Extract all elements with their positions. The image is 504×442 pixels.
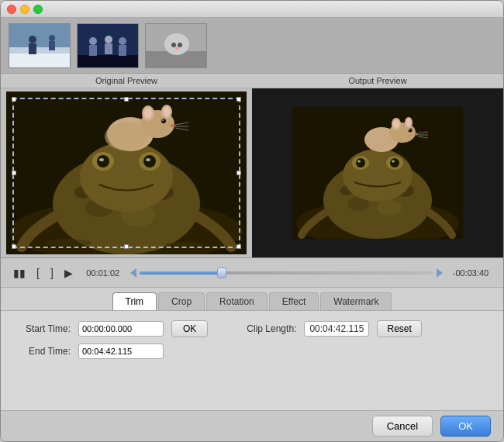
ok-button[interactable]: OK [440,416,491,437]
svg-point-43 [161,119,166,123]
output-frame [292,107,463,239]
svg-point-35 [99,158,104,161]
original-preview-panel [1,88,252,257]
thumbnail-2[interactable] [77,23,139,68]
thumb-snow-icon [9,24,71,68]
scrubber-start-arrow[interactable] [130,268,136,278]
svg-rect-6 [49,41,55,50]
svg-point-71 [406,119,411,126]
svg-point-45 [171,124,175,127]
svg-point-13 [119,37,126,45]
tab-trim[interactable]: Trim [112,292,157,310]
scrubber-track[interactable] [140,271,433,275]
reset-button[interactable]: Reset [377,320,421,337]
original-preview-label: Original Preview [1,74,252,88]
svg-rect-12 [105,43,112,54]
svg-point-65 [392,161,395,163]
svg-point-19 [180,36,186,43]
current-time-display: 00:01:02 [81,268,126,278]
original-scene-svg [6,92,247,254]
scrubber-container [130,265,443,281]
start-time-label: Start Time: [16,323,71,334]
original-frame [6,92,247,254]
svg-rect-2 [9,47,71,54]
output-scene-svg [292,107,463,239]
tab-watermark[interactable]: Watermark [320,292,392,310]
settings-row-2: End Time: [16,344,488,359]
svg-point-11 [105,36,112,43]
pause-button[interactable]: ▮▮ [10,265,29,281]
tab-crop[interactable]: Crop [158,292,205,310]
thumb-group-icon [78,24,139,68]
end-time-label: End Time: [16,346,71,357]
svg-point-64 [357,161,361,163]
svg-point-63 [390,158,399,167]
transport-controls: ▮▮ [ ] ▶ 00:01:02 -00:03:40 [1,258,503,288]
svg-point-62 [356,158,365,167]
title-bar [1,1,503,18]
thumb-cat-icon [146,24,207,68]
minimize-button[interactable] [20,5,29,14]
thumbnail-3[interactable] [145,23,207,68]
svg-point-18 [167,36,174,43]
svg-point-21 [178,43,182,47]
maximize-button[interactable] [33,5,43,14]
svg-rect-8 [78,55,139,68]
svg-point-3 [29,36,36,43]
clip-length-section: Clip Length: 00:04:42.115 Reset [247,320,421,337]
svg-point-5 [49,35,55,41]
svg-point-20 [171,43,176,47]
start-time-ok-button[interactable]: OK [171,320,208,337]
bottom-bar: Cancel OK [1,410,503,441]
svg-point-51 [165,242,204,248]
svg-point-56 [377,200,402,216]
svg-point-36 [146,158,150,161]
svg-point-9 [89,37,97,45]
mark-out-button[interactable]: ] [47,265,57,281]
svg-rect-10 [89,45,97,56]
scrubber-fill [140,271,222,275]
svg-rect-1 [9,51,71,68]
main-window: Original Preview Output Preview [0,0,504,442]
tab-bar: Trim Crop Rotation Effect Watermark [1,288,503,311]
settings-row-1: Start Time: OK Clip Length: 00:04:42.115… [16,320,488,337]
mark-in-button[interactable]: [ [33,265,43,281]
svg-point-59 [343,149,413,202]
clip-length-label: Clip Length: [247,323,296,334]
output-preview-panel [252,88,503,257]
svg-point-42 [164,107,170,116]
svg-point-72 [409,129,413,133]
preview-area [1,88,503,258]
start-time-input[interactable] [78,321,164,337]
scrubber-end-arrow[interactable] [437,268,443,278]
thumbnail-strip [1,18,503,74]
svg-point-49 [105,123,148,150]
svg-point-17 [164,33,189,55]
end-time-input[interactable] [78,344,164,359]
svg-point-44 [162,119,164,121]
svg-point-30 [80,142,173,212]
settings-panel: Start Time: OK Clip Length: 00:04:42.115… [1,311,503,410]
end-time-display: -00:03:40 [447,268,494,278]
close-button[interactable] [7,5,16,14]
clip-length-value: 00:04:42.115 [304,321,369,337]
preview-labels: Original Preview Output Preview [1,74,503,88]
traffic-lights [7,5,43,14]
play-clip-button[interactable]: ▶ [61,265,76,281]
svg-rect-14 [119,45,126,56]
svg-point-40 [144,108,152,119]
tab-rotation[interactable]: Rotation [206,292,268,310]
svg-point-50 [45,239,91,247]
scrubber-thumb[interactable] [217,268,226,278]
svg-rect-4 [29,43,36,54]
svg-point-69 [393,120,399,128]
thumbnail-1[interactable] [9,23,71,68]
svg-point-33 [97,155,109,167]
svg-point-74 [415,133,418,136]
svg-point-22 [175,47,178,49]
svg-point-34 [143,155,156,167]
output-preview-label: Output Preview [252,74,503,88]
tab-effect[interactable]: Effect [269,292,319,310]
svg-point-73 [409,129,410,130]
cancel-button[interactable]: Cancel [372,416,433,437]
